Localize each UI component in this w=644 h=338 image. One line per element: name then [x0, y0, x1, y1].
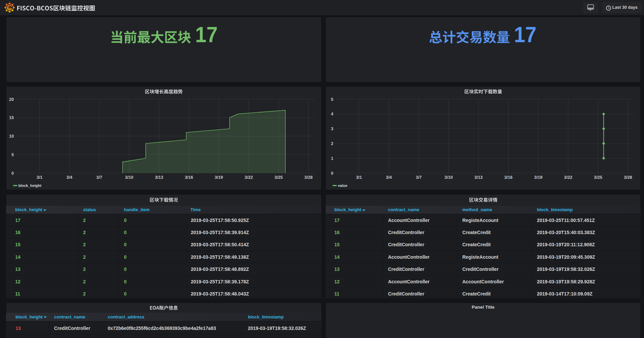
svg-text:5: 5	[331, 97, 333, 102]
svg-text:20: 20	[9, 97, 14, 102]
svg-text:block_height: block_height	[19, 184, 42, 188]
svg-text:3/28: 3/28	[304, 175, 312, 180]
svg-text:3: 3	[331, 126, 333, 131]
svg-text:4: 4	[331, 112, 333, 116]
svg-text:3/4: 3/4	[67, 175, 72, 180]
svg-text:2: 2	[331, 141, 333, 146]
svg-text:3/25: 3/25	[275, 175, 283, 180]
svg-text:3/25: 3/25	[594, 175, 602, 180]
svg-text:value: value	[338, 184, 347, 188]
svg-text:5: 5	[11, 152, 14, 157]
svg-text:3/19: 3/19	[215, 175, 223, 180]
svg-text:3/7: 3/7	[96, 175, 102, 180]
svg-text:3/10: 3/10	[125, 175, 133, 180]
svg-text:3/13: 3/13	[474, 175, 483, 180]
svg-text:3/16: 3/16	[185, 175, 193, 180]
svg-text:3/1: 3/1	[36, 175, 42, 180]
svg-text:3/13: 3/13	[155, 175, 163, 180]
svg-text:10: 10	[9, 134, 14, 139]
svg-text:3/28: 3/28	[624, 175, 632, 180]
svg-text:0: 0	[11, 171, 14, 176]
svg-text:15: 15	[9, 115, 14, 120]
svg-text:3/22: 3/22	[244, 175, 253, 180]
svg-text:3/22: 3/22	[564, 175, 572, 180]
svg-text:3/19: 3/19	[534, 175, 542, 180]
svg-text:1: 1	[331, 156, 333, 161]
svg-text:3/4: 3/4	[386, 175, 392, 180]
svg-text:0: 0	[331, 171, 333, 176]
svg-text:3/7: 3/7	[416, 175, 421, 180]
svg-text:3/1: 3/1	[356, 175, 362, 180]
svg-text:3/16: 3/16	[504, 175, 512, 180]
svg-text:3/10: 3/10	[444, 175, 453, 180]
